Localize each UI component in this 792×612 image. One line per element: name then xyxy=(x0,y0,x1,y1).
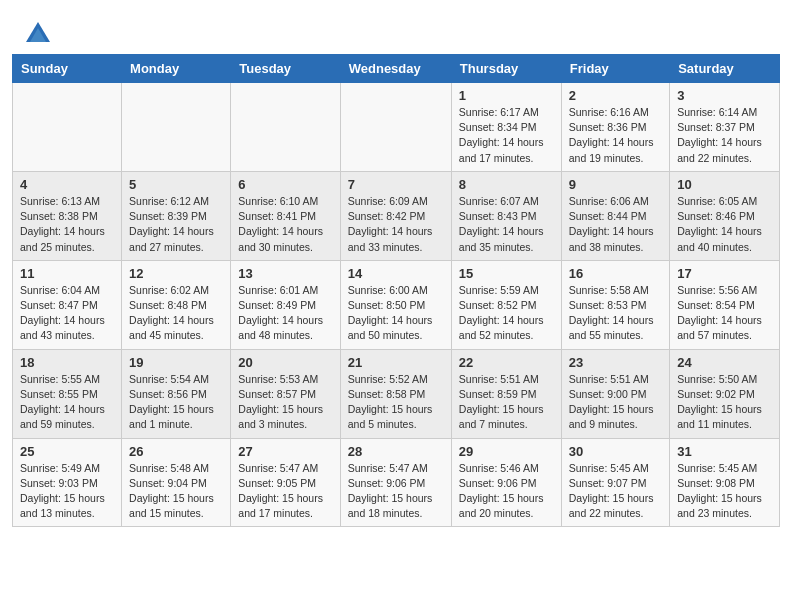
day-number: 3 xyxy=(677,88,772,103)
day-number: 6 xyxy=(238,177,332,192)
calendar-day-cell: 11Sunrise: 6:04 AMSunset: 8:47 PMDayligh… xyxy=(13,260,122,349)
calendar-day-cell: 30Sunrise: 5:45 AMSunset: 9:07 PMDayligh… xyxy=(561,438,669,527)
day-number: 7 xyxy=(348,177,444,192)
weekday-header-wednesday: Wednesday xyxy=(340,55,451,83)
calendar-day-cell: 29Sunrise: 5:46 AMSunset: 9:06 PMDayligh… xyxy=(451,438,561,527)
day-number: 15 xyxy=(459,266,554,281)
day-info: Sunrise: 5:50 AMSunset: 9:02 PMDaylight:… xyxy=(677,372,772,433)
day-info: Sunrise: 6:10 AMSunset: 8:41 PMDaylight:… xyxy=(238,194,332,255)
day-number: 17 xyxy=(677,266,772,281)
day-info: Sunrise: 5:51 AMSunset: 8:59 PMDaylight:… xyxy=(459,372,554,433)
calendar-day-cell: 12Sunrise: 6:02 AMSunset: 8:48 PMDayligh… xyxy=(122,260,231,349)
calendar-day-cell: 9Sunrise: 6:06 AMSunset: 8:44 PMDaylight… xyxy=(561,171,669,260)
calendar-day-cell: 4Sunrise: 6:13 AMSunset: 8:38 PMDaylight… xyxy=(13,171,122,260)
day-info: Sunrise: 6:07 AMSunset: 8:43 PMDaylight:… xyxy=(459,194,554,255)
day-info: Sunrise: 5:53 AMSunset: 8:57 PMDaylight:… xyxy=(238,372,332,433)
day-number: 20 xyxy=(238,355,332,370)
weekday-header-friday: Friday xyxy=(561,55,669,83)
day-info: Sunrise: 5:46 AMSunset: 9:06 PMDaylight:… xyxy=(459,461,554,522)
calendar-body: 1Sunrise: 6:17 AMSunset: 8:34 PMDaylight… xyxy=(13,83,780,527)
day-info: Sunrise: 5:59 AMSunset: 8:52 PMDaylight:… xyxy=(459,283,554,344)
day-number: 21 xyxy=(348,355,444,370)
day-info: Sunrise: 5:45 AMSunset: 9:07 PMDaylight:… xyxy=(569,461,662,522)
day-number: 13 xyxy=(238,266,332,281)
day-number: 19 xyxy=(129,355,223,370)
day-number: 30 xyxy=(569,444,662,459)
day-number: 29 xyxy=(459,444,554,459)
day-info: Sunrise: 6:17 AMSunset: 8:34 PMDaylight:… xyxy=(459,105,554,166)
calendar-day-cell: 27Sunrise: 5:47 AMSunset: 9:05 PMDayligh… xyxy=(231,438,340,527)
calendar-day-cell xyxy=(122,83,231,172)
day-number: 1 xyxy=(459,88,554,103)
calendar-day-cell: 22Sunrise: 5:51 AMSunset: 8:59 PMDayligh… xyxy=(451,349,561,438)
weekday-header-thursday: Thursday xyxy=(451,55,561,83)
day-number: 16 xyxy=(569,266,662,281)
calendar-day-cell xyxy=(231,83,340,172)
weekday-header-tuesday: Tuesday xyxy=(231,55,340,83)
calendar-day-cell: 31Sunrise: 5:45 AMSunset: 9:08 PMDayligh… xyxy=(670,438,780,527)
weekday-header-sunday: Sunday xyxy=(13,55,122,83)
calendar-day-cell: 16Sunrise: 5:58 AMSunset: 8:53 PMDayligh… xyxy=(561,260,669,349)
day-info: Sunrise: 6:05 AMSunset: 8:46 PMDaylight:… xyxy=(677,194,772,255)
weekday-header-saturday: Saturday xyxy=(670,55,780,83)
day-number: 22 xyxy=(459,355,554,370)
day-number: 12 xyxy=(129,266,223,281)
day-info: Sunrise: 6:02 AMSunset: 8:48 PMDaylight:… xyxy=(129,283,223,344)
day-info: Sunrise: 6:06 AMSunset: 8:44 PMDaylight:… xyxy=(569,194,662,255)
weekday-header-row: SundayMondayTuesdayWednesdayThursdayFrid… xyxy=(13,55,780,83)
calendar-day-cell: 21Sunrise: 5:52 AMSunset: 8:58 PMDayligh… xyxy=(340,349,451,438)
calendar-day-cell: 14Sunrise: 6:00 AMSunset: 8:50 PMDayligh… xyxy=(340,260,451,349)
calendar-week-row: 11Sunrise: 6:04 AMSunset: 8:47 PMDayligh… xyxy=(13,260,780,349)
day-number: 8 xyxy=(459,177,554,192)
day-number: 28 xyxy=(348,444,444,459)
calendar-day-cell: 18Sunrise: 5:55 AMSunset: 8:55 PMDayligh… xyxy=(13,349,122,438)
day-number: 18 xyxy=(20,355,114,370)
page-header xyxy=(0,0,792,54)
calendar-day-cell: 28Sunrise: 5:47 AMSunset: 9:06 PMDayligh… xyxy=(340,438,451,527)
day-number: 14 xyxy=(348,266,444,281)
calendar-day-cell: 23Sunrise: 5:51 AMSunset: 9:00 PMDayligh… xyxy=(561,349,669,438)
calendar-week-row: 4Sunrise: 6:13 AMSunset: 8:38 PMDaylight… xyxy=(13,171,780,260)
calendar-week-row: 25Sunrise: 5:49 AMSunset: 9:03 PMDayligh… xyxy=(13,438,780,527)
day-number: 23 xyxy=(569,355,662,370)
day-info: Sunrise: 5:48 AMSunset: 9:04 PMDaylight:… xyxy=(129,461,223,522)
calendar-day-cell: 15Sunrise: 5:59 AMSunset: 8:52 PMDayligh… xyxy=(451,260,561,349)
day-info: Sunrise: 5:54 AMSunset: 8:56 PMDaylight:… xyxy=(129,372,223,433)
day-number: 24 xyxy=(677,355,772,370)
weekday-header-monday: Monday xyxy=(122,55,231,83)
calendar-day-cell xyxy=(340,83,451,172)
day-number: 27 xyxy=(238,444,332,459)
logo-icon xyxy=(24,18,52,46)
calendar-header: SundayMondayTuesdayWednesdayThursdayFrid… xyxy=(13,55,780,83)
day-info: Sunrise: 5:58 AMSunset: 8:53 PMDaylight:… xyxy=(569,283,662,344)
day-info: Sunrise: 6:04 AMSunset: 8:47 PMDaylight:… xyxy=(20,283,114,344)
calendar-day-cell: 7Sunrise: 6:09 AMSunset: 8:42 PMDaylight… xyxy=(340,171,451,260)
day-number: 31 xyxy=(677,444,772,459)
day-info: Sunrise: 5:52 AMSunset: 8:58 PMDaylight:… xyxy=(348,372,444,433)
day-info: Sunrise: 6:13 AMSunset: 8:38 PMDaylight:… xyxy=(20,194,114,255)
day-number: 11 xyxy=(20,266,114,281)
day-info: Sunrise: 6:09 AMSunset: 8:42 PMDaylight:… xyxy=(348,194,444,255)
day-info: Sunrise: 5:51 AMSunset: 9:00 PMDaylight:… xyxy=(569,372,662,433)
day-number: 4 xyxy=(20,177,114,192)
day-info: Sunrise: 6:16 AMSunset: 8:36 PMDaylight:… xyxy=(569,105,662,166)
calendar-day-cell: 3Sunrise: 6:14 AMSunset: 8:37 PMDaylight… xyxy=(670,83,780,172)
day-info: Sunrise: 6:14 AMSunset: 8:37 PMDaylight:… xyxy=(677,105,772,166)
calendar-day-cell xyxy=(13,83,122,172)
day-number: 10 xyxy=(677,177,772,192)
day-info: Sunrise: 5:55 AMSunset: 8:55 PMDaylight:… xyxy=(20,372,114,433)
day-info: Sunrise: 5:56 AMSunset: 8:54 PMDaylight:… xyxy=(677,283,772,344)
calendar-day-cell: 13Sunrise: 6:01 AMSunset: 8:49 PMDayligh… xyxy=(231,260,340,349)
day-number: 2 xyxy=(569,88,662,103)
calendar-day-cell: 24Sunrise: 5:50 AMSunset: 9:02 PMDayligh… xyxy=(670,349,780,438)
calendar-table: SundayMondayTuesdayWednesdayThursdayFrid… xyxy=(12,54,780,527)
day-info: Sunrise: 6:01 AMSunset: 8:49 PMDaylight:… xyxy=(238,283,332,344)
day-number: 26 xyxy=(129,444,223,459)
day-info: Sunrise: 6:12 AMSunset: 8:39 PMDaylight:… xyxy=(129,194,223,255)
calendar-day-cell: 19Sunrise: 5:54 AMSunset: 8:56 PMDayligh… xyxy=(122,349,231,438)
day-info: Sunrise: 5:47 AMSunset: 9:06 PMDaylight:… xyxy=(348,461,444,522)
day-number: 5 xyxy=(129,177,223,192)
calendar-day-cell: 25Sunrise: 5:49 AMSunset: 9:03 PMDayligh… xyxy=(13,438,122,527)
day-number: 25 xyxy=(20,444,114,459)
calendar-day-cell: 5Sunrise: 6:12 AMSunset: 8:39 PMDaylight… xyxy=(122,171,231,260)
